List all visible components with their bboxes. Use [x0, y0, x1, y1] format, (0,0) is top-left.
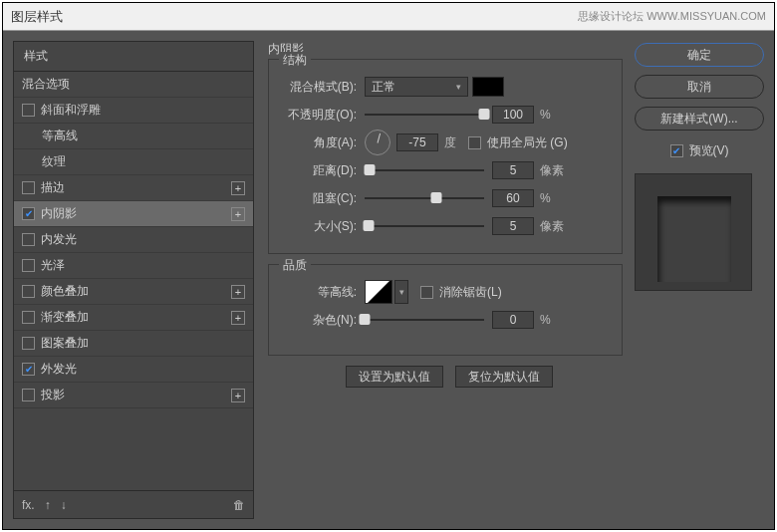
choke-label: 阻塞(C):: [281, 190, 357, 207]
window-title: 图层样式: [11, 8, 63, 26]
quality-group: 品质 等高线: ▾ 消除锯齿(L) 杂色(N): 0 %: [268, 264, 623, 356]
settings-panel: 内阴影 结构 混合模式(B): 正常 ▾ 不透明度(O): 100 %: [262, 41, 627, 519]
style-label: 斜面和浮雕: [41, 102, 101, 119]
titlebar: 图层样式 思缘设计论坛 WWW.MISSYUAN.COM: [3, 3, 774, 31]
noise-input[interactable]: 0: [492, 311, 534, 329]
blend-mode-value: 正常: [372, 79, 395, 96]
layer-style-dialog: 图层样式 思缘设计论坛 WWW.MISSYUAN.COM 样式 混合选项 斜面和…: [2, 2, 775, 530]
contour-dropdown[interactable]: ▾: [394, 280, 408, 304]
blend-mode-select[interactable]: 正常 ▾: [365, 77, 468, 97]
add-effect-icon[interactable]: +: [231, 285, 245, 299]
blending-options-item[interactable]: 混合选项: [14, 72, 253, 98]
style-item-5[interactable]: 内发光: [14, 227, 253, 253]
chevron-down-icon: ▾: [399, 287, 404, 297]
style-item-9[interactable]: 图案叠加: [14, 331, 253, 357]
noise-slider[interactable]: [365, 311, 484, 329]
style-label: 纹理: [42, 153, 66, 170]
distance-unit: 像素: [540, 162, 564, 179]
size-slider[interactable]: [365, 217, 484, 235]
preview-thumbnail: [635, 173, 752, 291]
style-item-8[interactable]: 渐变叠加+: [14, 305, 253, 331]
distance-input[interactable]: 5: [492, 161, 534, 179]
blend-mode-label: 混合模式(B):: [281, 79, 357, 96]
styles-footer: fx. ↑ ↓ 🗑: [14, 490, 253, 518]
style-checkbox[interactable]: [22, 181, 35, 194]
choke-slider[interactable]: [365, 189, 484, 207]
style-item-3[interactable]: 描边+: [14, 175, 253, 201]
style-checkbox[interactable]: [22, 337, 35, 350]
distance-label: 距离(D):: [281, 162, 357, 179]
add-effect-icon[interactable]: +: [231, 389, 245, 402]
cancel-button[interactable]: 取消: [635, 75, 764, 99]
style-item-1[interactable]: 等高线: [14, 124, 253, 149]
opacity-label: 不透明度(O):: [281, 107, 357, 124]
style-label: 内阴影: [41, 205, 77, 222]
blending-options-label: 混合选项: [22, 76, 70, 93]
preview-checkbox[interactable]: [670, 144, 683, 157]
make-default-button[interactable]: 设置为默认值: [346, 366, 443, 388]
style-label: 内发光: [41, 231, 77, 248]
global-light-checkbox[interactable]: [468, 136, 481, 149]
reset-default-button[interactable]: 复位为默认值: [455, 366, 553, 388]
structure-group: 结构 混合模式(B): 正常 ▾ 不透明度(O): 100 % 角度(A): [268, 59, 623, 254]
antialias-label: 消除锯齿(L): [439, 284, 502, 301]
arrow-down-icon[interactable]: ↓: [61, 498, 67, 512]
opacity-slider[interactable]: [365, 106, 484, 124]
style-checkbox[interactable]: [22, 363, 35, 376]
style-checkbox[interactable]: [22, 311, 35, 324]
size-input[interactable]: 5: [492, 217, 534, 235]
angle-input[interactable]: -75: [396, 133, 438, 151]
arrow-up-icon[interactable]: ↑: [45, 498, 51, 512]
style-item-0[interactable]: 斜面和浮雕: [14, 98, 253, 124]
style-checkbox[interactable]: [22, 233, 35, 246]
chevron-down-icon: ▾: [456, 82, 461, 92]
global-light-label: 使用全局光 (G): [487, 134, 568, 151]
opacity-input[interactable]: 100: [492, 106, 534, 124]
style-label: 颜色叠加: [41, 283, 89, 300]
distance-slider[interactable]: [365, 161, 484, 179]
contour-swatch[interactable]: [365, 280, 392, 304]
ok-button[interactable]: 确定: [635, 43, 764, 67]
style-checkbox[interactable]: [22, 259, 35, 272]
style-label: 描边: [41, 179, 65, 196]
new-style-button[interactable]: 新建样式(W)...: [635, 107, 764, 131]
angle-label: 角度(A):: [281, 134, 357, 151]
style-label: 图案叠加: [41, 335, 89, 352]
style-item-2[interactable]: 纹理: [14, 149, 253, 175]
size-unit: 像素: [540, 218, 564, 235]
add-effect-icon[interactable]: +: [231, 207, 245, 221]
styles-panel: 样式 混合选项 斜面和浮雕等高线纹理描边+内阴影+内发光光泽颜色叠加+渐变叠加+…: [13, 41, 254, 519]
style-label: 等高线: [42, 128, 78, 144]
style-label: 渐变叠加: [41, 309, 89, 326]
style-label: 光泽: [41, 257, 65, 274]
choke-input[interactable]: 60: [492, 189, 534, 207]
choke-unit: %: [540, 191, 551, 205]
shadow-color-swatch[interactable]: [472, 77, 504, 97]
style-item-7[interactable]: 颜色叠加+: [14, 279, 253, 305]
style-checkbox[interactable]: [22, 285, 35, 298]
structure-legend: 结构: [279, 52, 311, 69]
fx-icon[interactable]: fx.: [22, 498, 35, 512]
style-item-4[interactable]: 内阴影+: [14, 201, 253, 227]
style-item-10[interactable]: 外发光: [14, 357, 253, 383]
add-effect-icon[interactable]: +: [231, 311, 245, 325]
watermark: 思缘设计论坛 WWW.MISSYUAN.COM: [578, 9, 766, 24]
contour-label: 等高线:: [281, 284, 357, 301]
style-label: 投影: [41, 387, 65, 403]
antialias-checkbox[interactable]: [420, 286, 433, 299]
style-item-11[interactable]: 投影+: [14, 383, 253, 408]
noise-label: 杂色(N):: [281, 312, 357, 329]
style-checkbox[interactable]: [22, 207, 35, 220]
noise-unit: %: [540, 313, 551, 327]
style-item-6[interactable]: 光泽: [14, 253, 253, 279]
angle-dial[interactable]: [365, 130, 390, 155]
add-effect-icon[interactable]: +: [231, 181, 245, 195]
angle-unit: 度: [444, 134, 456, 151]
action-panel: 确定 取消 新建样式(W)... 预览(V): [635, 41, 764, 519]
preview-label: 预览(V): [689, 142, 729, 159]
style-checkbox[interactable]: [22, 389, 35, 401]
trash-icon[interactable]: 🗑: [233, 498, 245, 512]
style-label: 外发光: [41, 361, 77, 378]
quality-legend: 品质: [279, 257, 311, 274]
style-checkbox[interactable]: [22, 104, 35, 117]
